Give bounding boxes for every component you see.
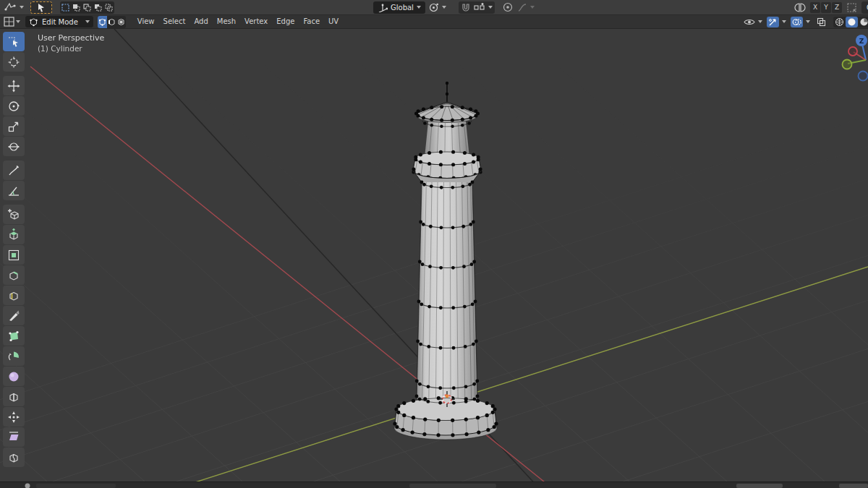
eye-icon bbox=[744, 17, 755, 27]
view-perspective-label: User Perspective bbox=[38, 33, 104, 43]
overlays-icon bbox=[792, 17, 801, 27]
menu-vertex[interactable]: Vertex bbox=[240, 15, 272, 28]
xray-toggle[interactable] bbox=[815, 17, 827, 27]
shading-solid[interactable] bbox=[846, 17, 858, 27]
viewport-canvas[interactable] bbox=[0, 29, 868, 482]
tool-rotate[interactable] bbox=[3, 96, 25, 116]
show-gizmo-dropdown[interactable] bbox=[744, 17, 762, 27]
orientation-label: Global bbox=[391, 4, 414, 12]
select-mode-segment bbox=[60, 1, 114, 14]
proportional-editing-icon[interactable] bbox=[503, 2, 513, 12]
tool-knife[interactable] bbox=[3, 306, 25, 325]
falloff-curve-icon[interactable] bbox=[517, 2, 527, 12]
loop-cut-icon bbox=[7, 289, 20, 302]
mode-dropdown[interactable]: Edit Mode bbox=[25, 16, 93, 27]
tool-inset-faces[interactable] bbox=[3, 245, 25, 265]
shading-material[interactable] bbox=[858, 17, 868, 27]
transform-icon bbox=[7, 140, 20, 153]
tool-rip-region[interactable] bbox=[3, 448, 25, 467]
measure-icon bbox=[7, 184, 20, 197]
active-tool-icon bbox=[4, 1, 17, 13]
select-mode-invert[interactable] bbox=[93, 1, 103, 14]
tool-add-cube[interactable] bbox=[3, 205, 25, 224]
cursor-arrow-icon bbox=[37, 3, 46, 12]
tool-scale[interactable] bbox=[3, 116, 25, 136]
smooth-icon bbox=[7, 370, 20, 383]
select-mode-extend[interactable] bbox=[71, 1, 82, 14]
overlays-dropdown[interactable] bbox=[791, 17, 810, 27]
mirror-butterfly-icon[interactable] bbox=[793, 2, 807, 13]
topbar-right: X Y Z Options bbox=[793, 1, 868, 14]
viewport-header: Edit Mode View Select Add Mesh Vertex Ed… bbox=[0, 15, 868, 29]
rip-region-icon bbox=[7, 451, 20, 464]
mirror-y-toggle[interactable]: Y bbox=[821, 2, 831, 13]
edit-mode-icon bbox=[29, 17, 38, 27]
header-right bbox=[744, 17, 868, 27]
svg-text:Z: Z bbox=[859, 38, 864, 45]
snap-controls bbox=[459, 1, 495, 14]
menubar: View Select Add Mesh Vertex Edge Face UV bbox=[133, 15, 343, 28]
menu-edge[interactable]: Edge bbox=[272, 15, 299, 28]
editor-type-dropdown[interactable] bbox=[4, 17, 20, 27]
tool-poly-build[interactable] bbox=[3, 326, 25, 346]
options-dropdown[interactable]: Options bbox=[861, 1, 868, 14]
mode-label: Edit Mode bbox=[42, 18, 78, 26]
statusbar bbox=[0, 481, 868, 488]
orientation-dropdown[interactable]: Global bbox=[373, 1, 425, 14]
snap-target-icon[interactable] bbox=[474, 2, 485, 12]
select-mode-intersect[interactable] bbox=[103, 1, 114, 14]
move-icon bbox=[7, 80, 20, 93]
cursor-icon bbox=[7, 56, 20, 69]
spin-icon bbox=[7, 350, 20, 363]
menu-view[interactable]: View bbox=[133, 15, 159, 28]
tool-spin[interactable] bbox=[3, 346, 25, 366]
poly-build-icon bbox=[7, 330, 20, 343]
tool-cursor[interactable] bbox=[3, 52, 25, 72]
tool-shrink-fatten[interactable] bbox=[3, 407, 25, 427]
tool-shear[interactable] bbox=[3, 427, 25, 447]
tool-extrude-region[interactable] bbox=[3, 225, 25, 244]
menu-face[interactable]: Face bbox=[299, 15, 324, 28]
annotate-icon bbox=[7, 164, 20, 177]
tool-annotate[interactable] bbox=[3, 160, 25, 180]
shading-wireframe[interactable] bbox=[833, 17, 846, 27]
menu-uv[interactable]: UV bbox=[324, 15, 343, 28]
rotate-icon bbox=[7, 100, 20, 113]
select-mode-vertex[interactable] bbox=[98, 16, 107, 28]
orientation-axes-icon bbox=[378, 3, 388, 12]
tool-smooth[interactable] bbox=[3, 367, 25, 386]
gizmo-arrow-icon bbox=[768, 17, 778, 27]
tool-edge-slide[interactable] bbox=[3, 387, 25, 406]
snap-base-icon[interactable] bbox=[846, 2, 857, 13]
mesh-select-mode-segment bbox=[98, 16, 126, 28]
xray-icon bbox=[817, 17, 826, 27]
mirror-x-toggle[interactable]: X bbox=[810, 2, 820, 13]
menu-select[interactable]: Select bbox=[159, 15, 190, 28]
select-mode-set[interactable] bbox=[60, 1, 71, 14]
select-mode-edge[interactable] bbox=[107, 16, 116, 28]
tool-move[interactable] bbox=[3, 76, 25, 95]
tool-bevel[interactable] bbox=[3, 265, 25, 285]
tool-loop-cut[interactable] bbox=[3, 286, 25, 305]
proportional-edit-controls bbox=[503, 2, 535, 12]
menu-mesh[interactable]: Mesh bbox=[213, 15, 240, 28]
select-mode-subtract[interactable] bbox=[82, 1, 93, 14]
tool-transform[interactable] bbox=[3, 137, 25, 156]
gizmos-dropdown[interactable] bbox=[767, 17, 786, 27]
tool-measure[interactable] bbox=[3, 181, 25, 200]
magnet-icon[interactable] bbox=[461, 2, 471, 12]
knife-icon bbox=[7, 309, 20, 322]
mirror-z-toggle[interactable]: Z bbox=[832, 2, 842, 13]
active-tool-dropdown[interactable] bbox=[4, 1, 24, 13]
select-mode-face[interactable] bbox=[116, 16, 126, 28]
pivot-point-icon bbox=[428, 2, 439, 13]
menu-add[interactable]: Add bbox=[190, 15, 212, 28]
edge-slide-icon bbox=[7, 390, 20, 403]
active-tool-button[interactable] bbox=[30, 1, 52, 14]
extrude-region-icon bbox=[7, 228, 20, 241]
tool-select-box[interactable] bbox=[3, 32, 25, 51]
navigation-gizmo[interactable]: Z bbox=[835, 33, 868, 87]
scale-icon bbox=[7, 120, 20, 133]
editor-3d-viewport-icon bbox=[4, 17, 14, 27]
pivot-dropdown[interactable] bbox=[428, 2, 446, 13]
